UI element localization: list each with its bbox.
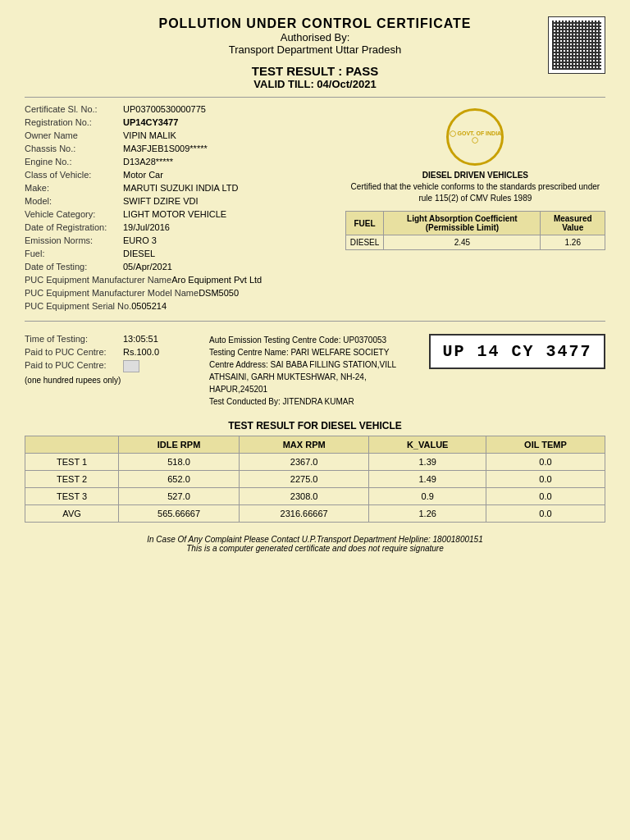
registration-no-label: Registration No.:: [25, 117, 123, 127]
class-of-vehicle-label: Class of Vehicle:: [25, 170, 123, 180]
certificate-header: POLLUTION UNDER CONTROL CERTIFICATE Auth…: [25, 16, 605, 56]
test-table-header: K_VALUE: [369, 436, 486, 454]
puc-manufacturer-name-label: PUC Equipment Manufacturer Name: [25, 275, 171, 285]
vehicle-category-value: LIGHT MOTOR VEHICLE: [123, 209, 226, 219]
puc-serial-no-row: PUC Equipment Serial No. 0505214: [25, 301, 337, 311]
absorption-table-cell: DIESEL: [345, 235, 384, 250]
emission-norms-value: EURO 3: [123, 235, 157, 245]
paid-to-puc-label: Paid to PUC Centre:: [25, 347, 123, 357]
make-value: MARUTI SUZUKI INDIA LTD: [123, 183, 238, 193]
model-row: Model: SWIFT DZIRE VDI: [25, 196, 337, 206]
engine-no-label: Engine No.:: [25, 157, 123, 167]
test-table-cell: 0.0: [486, 488, 605, 505]
certificate: POLLUTION UNDER CONTROL CERTIFICATE Auth…: [0, 0, 630, 840]
test-table-cell: 0.9: [369, 488, 486, 505]
emission-norms-label: Emission Norms:: [25, 235, 123, 245]
conducted-by-value: JITENDRA KUMAR: [283, 397, 354, 406]
test-table-cell: 518.0: [119, 454, 240, 471]
government-stamp: ◯ GOVT. OF INDIA ◯: [446, 108, 504, 166]
fuel-label: Fuel:: [25, 249, 123, 258]
registration-no-row: Registration No.: UP14CY3477: [25, 117, 337, 127]
time-of-testing-row: Time of Testing: 13:05:51: [25, 334, 201, 344]
test-table-cell: 2308.0: [239, 488, 369, 505]
certificate-sl-no-label: Certificate Sl. No.:: [25, 104, 123, 114]
absorption-table-header-fuel: FUEL: [345, 212, 384, 235]
puc-model-name-value: DSM5050: [199, 288, 239, 298]
centre-code-row: Auto Emission Testing Centre Code: UP037…: [209, 334, 421, 346]
test-result-section: TEST RESULT : PASS VALID TILL: 04/Oct/20…: [25, 64, 605, 90]
footer: In Case Of Any Complaint Please Contact …: [25, 535, 605, 553]
chassis-no-value: MA3FJEB1S009*****: [123, 144, 208, 153]
centre-code-label: Auto Emission Testing Centre Code:: [209, 336, 340, 345]
puc-model-name-label: PUC Equipment Manufacturer Model Name: [25, 288, 199, 298]
complaint-note: In Case Of Any Complaint Please Contact …: [25, 535, 605, 544]
authorised-by: Authorised By:: [25, 31, 605, 43]
make-label: Make:: [25, 183, 123, 193]
date-of-registration-row: Date of Registration: 19/Jul/2016: [25, 222, 337, 232]
date-of-testing-value: 05/Apr/2021: [123, 262, 172, 272]
test-table-header: MAX RPM: [239, 436, 369, 454]
time-of-testing-label: Time of Testing:: [25, 334, 123, 344]
chassis-no-label: Chassis No.:: [25, 144, 123, 153]
test-table-cell: 2316.66667: [239, 505, 369, 523]
centre-name-label: Testing Centre Name:: [209, 348, 289, 357]
test-table-cell: 1.39: [369, 454, 486, 471]
centre-name-value: PARI WELFARE SOCIETY: [291, 348, 390, 357]
diesel-notice-text: Certified that the vehicle conforms to t…: [345, 181, 605, 204]
certificate-sl-no-value: UP03700530000775: [123, 104, 206, 114]
left-section: Certificate Sl. No.: UP03700530000775 Re…: [25, 104, 337, 314]
absorption-table-cell: 1.26: [541, 235, 605, 250]
test-table-header: IDLE RPM: [119, 436, 240, 454]
test-result-table: IDLE RPMMAX RPMK_VALUEOIL TEMP TEST 1518…: [25, 436, 605, 523]
right-section: ◯ GOVT. OF INDIA ◯ DIESEL DRIVEN VEHICLE…: [345, 104, 605, 314]
bottom-left: Time of Testing: 13:05:51 Paid to PUC Ce…: [25, 334, 201, 408]
qr-inner: [552, 21, 601, 70]
centre-code-value: UP0370053: [343, 336, 386, 345]
centre-name-row: Testing Centre Name: PARI WELFARE SOCIET…: [209, 346, 421, 358]
date-of-testing-label: Date of Testing:: [25, 262, 123, 272]
puc-manufacturer-name-value: Aro Equipment Pvt Ltd: [171, 275, 262, 285]
test-table-cell: 565.66667: [119, 505, 240, 523]
test-table-header: OIL TEMP: [486, 436, 605, 454]
test-table-cell: 527.0: [119, 488, 240, 505]
conducted-by-label: Test Conducted By:: [209, 397, 281, 406]
chassis-no-row: Chassis No.: MA3FJEB1S009*****: [25, 144, 337, 153]
test-table-cell: 2367.0: [239, 454, 369, 471]
department: Transport Department Uttar Pradesh: [25, 43, 605, 56]
test-result-table-section: TEST RESULT FOR DIESEL VEHICLE IDLE RPMM…: [25, 420, 605, 523]
model-label: Model:: [25, 196, 123, 206]
puc-model-name-row: PUC Equipment Manufacturer Model Name DS…: [25, 288, 337, 298]
divider: [25, 97, 605, 98]
absorption-table-cell: 2.45: [384, 235, 541, 250]
centre-address-row: Centre Address: SAI BABA FILLING STATION…: [209, 358, 421, 395]
centre-address-label: Centre Address:: [209, 360, 268, 369]
test-table-cell: 0.0: [486, 454, 605, 471]
absorption-table-header-measured: Measured Value: [541, 212, 605, 235]
time-of-testing-value: 13:05:51: [123, 334, 158, 344]
test-table-cell: 1.49: [369, 471, 486, 488]
valid-till: VALID TILL: 04/Oct/2021: [25, 78, 605, 90]
class-of-vehicle-row: Class of Vehicle: Motor Car: [25, 170, 337, 180]
owner-name-value: VIPIN MALIK: [123, 130, 176, 140]
payment-image: [123, 360, 139, 372]
test-result-pass: TEST RESULT : PASS: [25, 64, 605, 78]
fuel-value: DIESEL: [123, 249, 155, 258]
computer-note: This is a computer generated certificate…: [25, 544, 605, 553]
class-of-vehicle-value: Motor Car: [123, 170, 163, 180]
paid-to-puc-value: Rs.100.0: [123, 347, 159, 357]
test-table-cell: 0.0: [486, 505, 605, 523]
puc-manufacturer-name-row: PUC Equipment Manufacturer Name Aro Equi…: [25, 275, 337, 285]
test-table-cell: AVG: [25, 505, 119, 523]
paid-to-puc-label2: Paid to PUC Centre:: [25, 360, 123, 372]
certificate-sl-no-row: Certificate Sl. No.: UP03700530000775: [25, 104, 337, 114]
fuel-row: Fuel: DIESEL: [25, 249, 337, 258]
owner-name-label: Owner Name: [25, 130, 123, 140]
test-table-cell: TEST 2: [25, 471, 119, 488]
bottom-info: Time of Testing: 13:05:51 Paid to PUC Ce…: [25, 334, 605, 408]
date-of-testing-row: Date of Testing: 05/Apr/2021: [25, 262, 337, 272]
divider2: [25, 321, 605, 322]
test-table-header: [25, 436, 119, 454]
make-row: Make: MARUTI SUZUKI INDIA LTD: [25, 183, 337, 193]
certificate-title: POLLUTION UNDER CONTROL CERTIFICATE: [25, 16, 605, 31]
bottom-center: Auto Emission Testing Centre Code: UP037…: [209, 334, 421, 408]
